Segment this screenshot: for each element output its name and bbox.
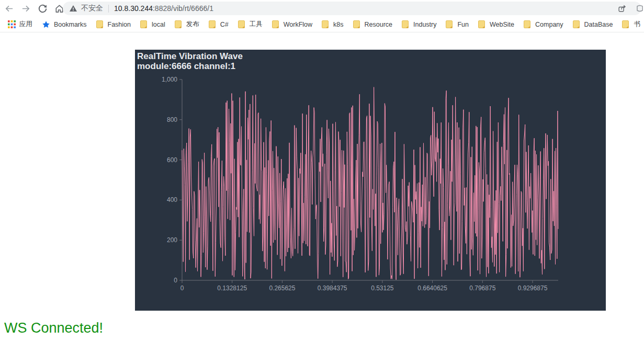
address-bar[interactable]: 不安全 10.8.30.244:8828/vib/rt/6666/1: [63, 2, 641, 15]
svg-text:400: 400: [167, 196, 177, 203]
star-icon: [42, 20, 50, 29]
waveform-line: [182, 87, 558, 280]
chart-title: RealTime Vibration Wave: [137, 51, 243, 61]
folder-icon: [402, 20, 410, 29]
svg-text:0: 0: [174, 277, 177, 284]
bookmark-folder-local[interactable]: local: [135, 19, 170, 30]
bookmark-folder-label: Company: [535, 21, 563, 28]
bookmark-label: Bookmarks: [54, 21, 87, 28]
svg-text:0.796875: 0.796875: [469, 285, 495, 292]
bookmark-folder-Fun[interactable]: Fun: [441, 19, 473, 30]
svg-text:0.9296875: 0.9296875: [518, 285, 548, 292]
bookmark-folder-label: Fashion: [108, 21, 131, 28]
back-arrow-icon: [4, 4, 14, 14]
bookmark-folder-k8s[interactable]: k8s: [317, 19, 348, 30]
refresh-button[interactable]: [37, 3, 48, 14]
bookmark-folder-工具[interactable]: 工具: [233, 18, 267, 30]
bookmark-folder-书[interactable]: 书: [617, 18, 644, 30]
folder-icon: [175, 20, 183, 29]
clipped-toolbar-icon[interactable]: [636, 5, 643, 14]
bookmark-folder-label: 书: [634, 20, 640, 29]
bookmark-folder-DataBase[interactable]: DataBase: [568, 19, 618, 30]
share-icon: [618, 4, 627, 13]
forward-button[interactable]: [20, 3, 31, 14]
folder-icon: [209, 20, 217, 29]
vibration-waveform-chart: 02004006008001,00000.13281250.2656250.39…: [135, 50, 606, 311]
share-button[interactable]: [618, 4, 627, 15]
svg-text:1,000: 1,000: [162, 76, 177, 83]
bookmark-folder-Resource[interactable]: Resource: [348, 19, 398, 30]
folder-icon: [573, 20, 581, 29]
browser-toolbar: 不安全 10.8.30.244:8828/vib/rt/6666/1: [0, 0, 644, 17]
bookmark-folder-label: WorkFlow: [284, 21, 312, 28]
folder-icon: [238, 20, 246, 29]
bookmark-folder-C#[interactable]: C#: [204, 19, 233, 30]
chart-title-block: RealTime Vibration Wave module:6666 chan…: [137, 51, 243, 71]
bookmark-folder-WorkFlow[interactable]: WorkFlow: [267, 19, 317, 30]
folder-icon: [622, 20, 630, 29]
bookmark-folder-WebSite[interactable]: WebSite: [473, 19, 519, 30]
bookmark-folder-发布[interactable]: 发布: [170, 18, 204, 30]
vibration-chart-panel: 02004006008001,00000.13281250.2656250.39…: [135, 50, 606, 311]
bookmarks-bar: 应用 Bookmarks Fashion local 发布 C# 工具 Work…: [0, 17, 644, 32]
folder-icon: [478, 20, 486, 29]
svg-text:200: 200: [167, 236, 177, 244]
folder-icon: [322, 20, 330, 29]
svg-text:800: 800: [167, 116, 177, 123]
svg-text:0.6640625: 0.6640625: [417, 285, 447, 292]
bookmark-folder-label: Fun: [457, 21, 469, 28]
bookmark-folder-label: Resource: [365, 21, 393, 28]
bookmark-folder-Fashion[interactable]: Fashion: [92, 19, 135, 30]
bookmark-folder-Industry[interactable]: Industry: [397, 19, 441, 30]
chart-subtitle: module:6666 channel:1: [137, 61, 243, 71]
folder-icon: [272, 20, 280, 29]
bookmark-folder-label: local: [152, 21, 165, 28]
apps-label: 应用: [19, 20, 32, 29]
not-secure-warning-icon: [69, 4, 77, 13]
svg-text:0.1328125: 0.1328125: [217, 285, 247, 292]
security-label: 不安全: [81, 4, 103, 13]
svg-text:600: 600: [167, 156, 177, 164]
bookmark-folder-label: Industry: [413, 21, 436, 28]
bookmark-folder-label: 发布: [186, 20, 199, 29]
svg-text:0.3984375: 0.3984375: [318, 285, 347, 292]
folder-icon: [140, 20, 148, 29]
svg-text:0: 0: [180, 285, 184, 292]
apps-shortcut[interactable]: 应用: [3, 18, 37, 30]
omnibox-divider: [108, 5, 109, 13]
bookmark-folder-label: DataBase: [584, 21, 613, 28]
folder-icon: [353, 20, 361, 29]
back-button[interactable]: [3, 3, 15, 14]
refresh-icon: [38, 4, 48, 14]
url-host: 10.8.30.244: [114, 4, 153, 13]
apps-grid-icon: [8, 20, 16, 28]
bookmark-item-bookmarks[interactable]: Bookmarks: [37, 19, 92, 30]
folder-icon: [446, 20, 454, 29]
ws-status-text: WS Connected!: [4, 320, 103, 336]
forward-arrow-icon: [21, 4, 31, 14]
folder-icon: [524, 20, 532, 29]
folder-icon: [96, 20, 104, 29]
svg-text:0.265625: 0.265625: [269, 285, 295, 292]
bookmark-folder-label: C#: [220, 21, 229, 28]
url-path: :8828/vib/rt/6666/1: [153, 4, 213, 13]
bookmark-folder-label: k8s: [333, 21, 343, 28]
bookmark-folder-label: WebSite: [490, 21, 514, 28]
bookmark-folder-Company[interactable]: Company: [519, 19, 568, 30]
bookmark-folder-label: 工具: [250, 20, 263, 29]
svg-text:0.53125: 0.53125: [371, 285, 394, 292]
